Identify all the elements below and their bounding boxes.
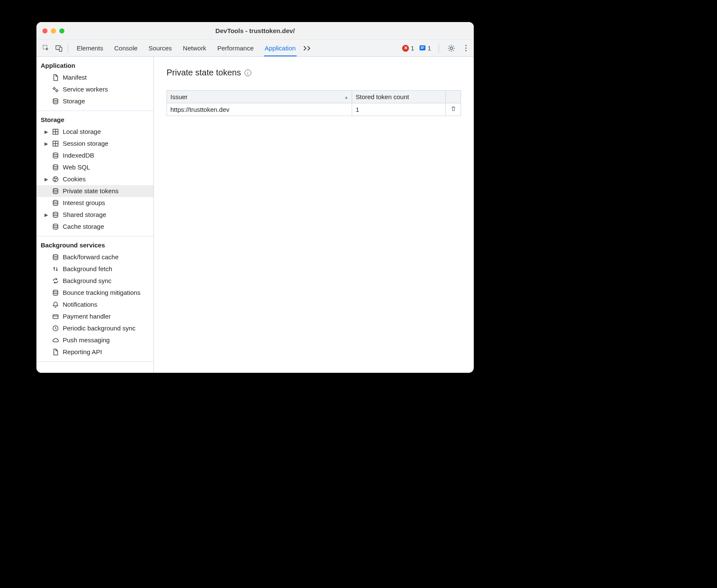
error-icon: ✕ <box>402 45 409 52</box>
svg-point-6 <box>450 47 453 50</box>
tab-elements[interactable]: Elements <box>76 40 104 56</box>
tokens-table: Issuer ▲ Stored token count https://trus… <box>167 90 461 116</box>
main-panel: Private state tokens i Issuer ▲ Stored t… <box>154 57 474 373</box>
info-circle-icon[interactable]: i <box>245 69 251 76</box>
svg-rect-4 <box>421 47 424 47</box>
database-icon <box>52 253 59 261</box>
device-toggle-icon[interactable] <box>53 43 64 54</box>
titlebar: DevTools - trusttoken.dev/ <box>36 22 474 40</box>
cloud-icon <box>52 336 59 344</box>
sidebar-item-session-storage[interactable]: ▶Session storage <box>36 138 153 150</box>
info-count-badge[interactable]: 1 <box>419 45 431 52</box>
sync-icon <box>52 277 59 285</box>
minimize-window-button[interactable] <box>51 28 56 33</box>
svg-point-15 <box>53 88 55 89</box>
sidebar-item-storage[interactable]: Storage <box>36 95 153 107</box>
sidebar-item-back-forward-cache[interactable]: Back/forward cache <box>36 251 153 263</box>
tab-application[interactable]: Application <box>264 40 297 56</box>
database-icon <box>52 199 59 207</box>
database-icon <box>52 223 59 230</box>
tab-performance[interactable]: Performance <box>217 40 255 56</box>
sidebar-item-label: Push messaging <box>63 336 110 345</box>
devtools-window: DevTools - trusttoken.dev/ ElementsConso… <box>36 22 474 373</box>
sidebar-item-notifications[interactable]: Notifications <box>36 299 153 311</box>
database-icon <box>52 152 59 159</box>
sidebar-item-background-fetch[interactable]: Background fetch <box>36 263 153 275</box>
sidebar-item-indexeddb[interactable]: IndexedDB <box>36 150 153 161</box>
sidebar-item-label: Storage <box>63 97 85 106</box>
sidebar-item-payment-handler[interactable]: Payment handler <box>36 311 153 322</box>
trash-icon <box>450 106 456 112</box>
panel-heading-text: Private state tokens <box>167 68 241 78</box>
settings-icon[interactable] <box>447 44 456 53</box>
database-icon <box>52 97 59 105</box>
cell-issuer: https://trusttoken.dev <box>167 103 352 116</box>
tab-network[interactable]: Network <box>182 40 207 56</box>
sidebar-item-periodic-background-sync[interactable]: Periodic background sync <box>36 322 153 334</box>
gears-icon <box>52 86 59 93</box>
maximize-window-button[interactable] <box>59 28 64 33</box>
column-issuer[interactable]: Issuer ▲ <box>167 91 352 103</box>
svg-point-36 <box>56 178 57 179</box>
sidebar-item-shared-storage[interactable]: ▶Shared storage <box>36 209 153 221</box>
close-window-button[interactable] <box>42 28 47 33</box>
more-tabs-icon[interactable] <box>303 45 312 51</box>
svg-point-38 <box>53 189 58 190</box>
expand-arrow-icon[interactable]: ▶ <box>44 210 48 219</box>
sidebar-item-label: Web SQL <box>63 163 90 172</box>
svg-line-11 <box>449 46 450 47</box>
sidebar-item-label: Back/forward cache <box>63 252 119 262</box>
cookie-icon <box>52 175 59 183</box>
sidebar-item-service-workers[interactable]: Service workers <box>36 83 153 95</box>
cell-delete[interactable] <box>446 103 461 116</box>
column-count[interactable]: Stored token count <box>352 91 446 103</box>
sidebar-item-label: IndexedDB <box>63 151 94 160</box>
sidebar-item-push-messaging[interactable]: Push messaging <box>36 334 153 346</box>
svg-point-41 <box>53 224 58 226</box>
expand-arrow-icon[interactable]: ▶ <box>44 175 48 184</box>
sidebar-item-label: Cookies <box>63 175 86 184</box>
inspect-icon[interactable] <box>41 43 52 54</box>
database-icon <box>52 164 59 171</box>
svg-point-25 <box>53 99 58 100</box>
tab-sources[interactable]: Sources <box>148 40 173 56</box>
toolbar-divider <box>68 44 68 53</box>
error-count-badge[interactable]: ✕ 1 <box>402 45 414 52</box>
updown-icon <box>52 265 59 273</box>
sidebar-item-cookies[interactable]: ▶Cookies <box>36 173 153 185</box>
tab-console[interactable]: Console <box>114 40 139 56</box>
sidebar-item-label: Background fetch <box>63 264 112 274</box>
sidebar-item-interest-groups[interactable]: Interest groups <box>36 197 153 209</box>
card-icon <box>52 313 59 320</box>
database-icon <box>52 211 59 219</box>
table-row[interactable]: https://trusttoken.dev1 <box>167 103 461 116</box>
sidebar-item-private-state-tokens[interactable]: Private state tokens <box>36 185 153 197</box>
svg-point-37 <box>55 180 56 181</box>
clock-icon <box>52 325 59 332</box>
section-background-services: Background services <box>36 236 153 251</box>
svg-point-39 <box>53 200 58 202</box>
svg-line-13 <box>449 50 450 50</box>
expand-arrow-icon[interactable]: ▶ <box>44 127 48 136</box>
expand-arrow-icon[interactable]: ▶ <box>44 139 48 148</box>
svg-point-43 <box>53 290 58 292</box>
sidebar: ApplicationManifestService workersStorag… <box>36 57 154 373</box>
sidebar-item-label: Local storage <box>63 127 101 136</box>
table-icon <box>52 128 59 136</box>
sidebar-item-bounce-tracking-mitigations[interactable]: Bounce tracking mitigations <box>36 287 153 299</box>
sidebar-item-manifest[interactable]: Manifest <box>36 72 153 83</box>
file-icon <box>52 348 59 356</box>
sidebar-item-label: Session storage <box>63 139 108 148</box>
svg-rect-5 <box>421 48 423 49</box>
sidebar-item-cache-storage[interactable]: Cache storage <box>36 221 153 233</box>
more-options-icon[interactable] <box>461 44 470 53</box>
sidebar-item-background-sync[interactable]: Background sync <box>36 275 153 287</box>
sidebar-item-local-storage[interactable]: ▶Local storage <box>36 126 153 138</box>
sidebar-item-web-sql[interactable]: Web SQL <box>36 161 153 173</box>
sort-asc-icon: ▲ <box>344 94 348 99</box>
sidebar-item-reporting-api[interactable]: Reporting API <box>36 346 153 358</box>
sidebar-item-label: Notifications <box>63 300 97 309</box>
svg-point-42 <box>53 255 58 256</box>
column-actions <box>446 91 461 103</box>
toolbar-divider-2 <box>439 44 439 53</box>
